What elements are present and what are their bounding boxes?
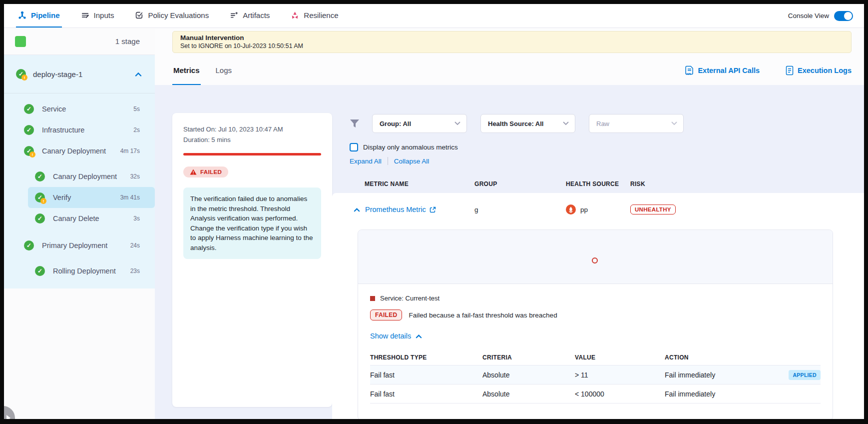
nav-tab-artifacts[interactable]: Artifacts [228,4,272,28]
nav-tabs: Pipeline Inputs Policy Evaluations Artif… [4,4,358,28]
metric-row-card: Prometheus Metric g pp [332,193,864,419]
metrics-panel: Group: All Health Source: All Raw [332,85,864,419]
cell-value: > 11 [575,371,665,379]
legend-label: Service: Current-test [380,294,439,302]
manual-intervention-banner: Manual Intervention Set to IGNORE on 10-… [172,31,852,53]
console-view-toggle[interactable] [834,11,853,21]
col-action: ACTION [665,354,777,361]
nav-tab-inputs[interactable]: Inputs [79,4,116,28]
execution-logs-link[interactable]: Execution Logs [786,66,852,76]
console-view-control: Console View [788,4,864,28]
metric-link[interactable]: Prometheus Metric [365,206,436,214]
link-label: External API Calls [698,66,760,74]
step-row-primary-deployment[interactable]: ✓ Primary Deployment 24s [4,235,155,256]
step-duration: 5s [133,106,140,112]
show-details-toggle[interactable]: Show details [370,332,821,340]
chevron-down-icon [454,122,460,126]
verification-summary-card: Started On: Jul 10, 2023 10:47 AM Durati… [172,113,332,407]
step-duration: 24s [130,242,140,249]
health-source-cell: pp [566,204,630,214]
metric-log-tabs: Metrics Logs [172,56,233,85]
metric-row: Prometheus Metric g pp [332,193,864,226]
step-row-rolling-deployment[interactable]: ✓ Rolling Deployment 23s [4,260,155,282]
step-row-canary-deployment[interactable]: ✓ Canary Deployment 32s [4,166,155,187]
col-group: GROUP [474,180,566,188]
divider [388,157,388,165]
stage-row-deploy-stage-1[interactable]: ✓! deploy-stage-1 [4,55,155,93]
external-api-calls-link[interactable]: API External API Calls [685,66,760,76]
health-source-filter-dropdown[interactable]: Health Source: All [480,114,575,133]
external-link-icon [430,206,436,213]
main-area: Manual Intervention Set to IGNORE on 10-… [155,28,864,419]
nav-tab-policy-evaluations[interactable]: Policy Evaluations [133,4,211,28]
raw-filter-dropdown[interactable]: Raw [589,114,684,133]
chevron-up-icon [416,334,422,338]
cell-action: Fail immediately [665,371,777,379]
stage-steps-panel: ✓! deploy-stage-1 ✓ Service 5s ✓ Infrast… [4,55,155,288]
nav-tab-label: Inputs [94,11,114,20]
threshold-row: Fail fast Absolute > 11 Fail immediately… [370,366,821,384]
step-duration: 3m 41s [120,194,140,201]
collapse-all-link[interactable]: Collapse All [394,158,430,165]
stage-summary-header: 1 stage [4,28,155,55]
app-window: Pipeline Inputs Policy Evaluations Artif… [4,4,864,419]
nav-tab-label: Policy Evaluations [148,11,209,20]
banner-title: Manual Intervention [180,34,844,42]
fail-reason-row: FAILED Failed because a fail-fast thresh… [370,310,821,320]
nav-tab-pipeline[interactable]: Pipeline [16,4,62,28]
cell-threshold-type: Fail fast [370,371,482,379]
step-label: Canary Deployment [53,172,130,180]
top-navbar: Pipeline Inputs Policy Evaluations Artif… [4,4,864,28]
threshold-table: THRESHOLD TYPE CRITERIA VALUE ACTION Fai… [370,350,821,404]
chevron-up-icon[interactable] [354,208,360,212]
prometheus-icon [566,204,576,214]
warning-check-icon: ✓! [24,146,34,156]
step-row-canary-delete[interactable]: ✓ Canary Delete 3s [4,208,155,229]
stage-status-square-icon [15,36,26,47]
success-check-icon: ✓ [35,266,45,276]
expand-all-link[interactable]: Expand All [350,158,382,165]
api-document-icon: API [685,66,694,76]
metric-group-cell: g [474,206,566,214]
inputs-icon [81,11,89,20]
step-duration: 4m 17s [120,148,140,154]
banner-subtitle: Set to IGNORE on 10-Jul-2023 10:50:51 AM [180,42,844,50]
metric-chart-card: Service: Current-test FAILED Failed beca… [358,230,833,419]
console-view-label: Console View [788,12,829,20]
metric-name-cell: Prometheus Metric [354,206,474,214]
nav-tab-label: Pipeline [31,11,60,20]
col-health-source: HEALTH SOURCE [566,180,630,188]
cell-action: Fail immediately [665,390,777,398]
dropdown-value: Health Source: All [488,120,543,128]
nav-tab-label: Resilience [304,11,338,20]
anomaly-point-marker[interactable] [592,258,598,264]
nav-tab-resilience[interactable]: Resilience [289,4,340,28]
execution-sidebar: 1 stage ✓! deploy-stage-1 ✓ Service 5s ✓… [4,28,155,419]
threshold-table-header: THRESHOLD TYPE CRITERIA VALUE ACTION [370,350,821,366]
warning-triangle-icon [190,169,197,175]
col-risk: RISK [630,180,864,188]
anomalous-metrics-checkbox[interactable] [350,143,358,152]
metric-scatter-plot[interactable] [358,230,833,284]
step-row-service[interactable]: ✓ Service 5s [4,98,155,120]
filter-funnel-icon [350,119,360,128]
anomalous-filter-row: Display only anomalous metrics [350,143,458,152]
step-duration: 3s [133,215,140,222]
chevron-up-icon[interactable] [135,72,142,76]
step-row-canary-deployment-group[interactable]: ✓! Canary Deployment 4m 17s [4,140,155,162]
success-check-icon: ✓ [35,172,45,182]
cell-threshold-type: Fail fast [370,390,482,398]
tab-metrics[interactable]: Metrics [172,56,201,85]
col-criteria: CRITERIA [482,354,575,361]
expand-collapse-row: Expand All Collapse All [350,157,429,165]
group-filter-dropdown[interactable]: Group: All [372,114,467,133]
step-row-infrastructure[interactable]: ✓ Infrastructure 2s [4,120,155,140]
document-icon [786,66,794,76]
legend-swatch-icon [370,296,375,301]
duration-text: Duration: 5 mins [183,134,321,145]
collapse-sidebar-button[interactable] [4,406,15,419]
step-duration: 32s [130,173,140,180]
step-label: Service [42,105,133,113]
step-row-verify[interactable]: ✓! Verify 3m 41s [28,187,155,208]
tab-logs[interactable]: Logs [215,56,233,85]
